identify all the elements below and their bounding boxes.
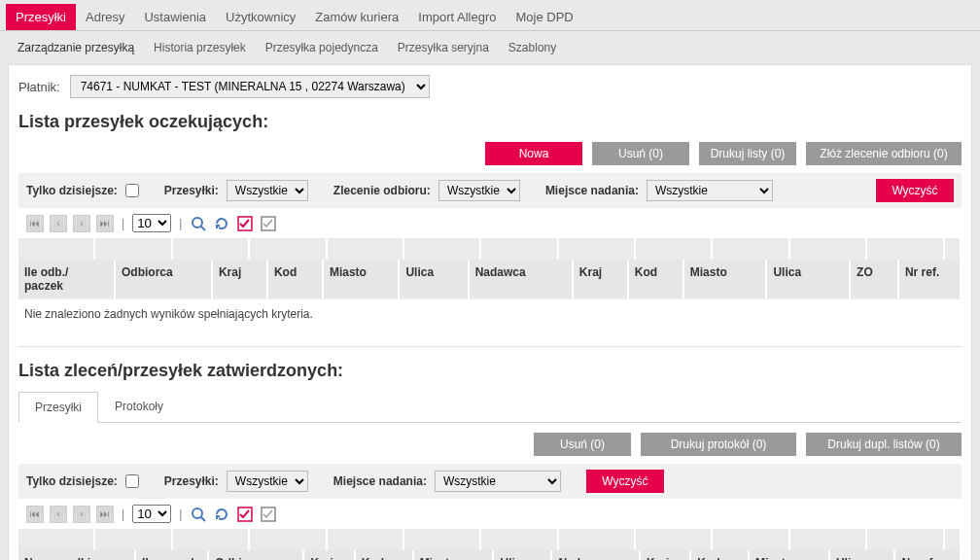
payer-label: Płatnik:: [18, 80, 60, 94]
search-icon[interactable]: [190, 506, 207, 523]
new-button[interactable]: Nowa: [485, 142, 582, 165]
delete-button[interactable]: Usuń (0): [592, 142, 689, 165]
sub-nav-tab[interactable]: Zarządzanie przesyłką: [8, 35, 144, 60]
svg-line-1: [201, 227, 205, 230]
divider: [18, 346, 962, 347]
main-nav-tab[interactable]: Adresy: [76, 4, 134, 30]
col-header: ZO: [851, 260, 899, 298]
col-header: Miasto: [684, 260, 768, 298]
clear-button[interactable]: Wyczyść: [586, 470, 664, 493]
refresh-icon[interactable]: [213, 506, 230, 523]
col-header: Kraj: [213, 260, 268, 298]
col-header: Kraj: [304, 550, 355, 560]
sub-nav-tab[interactable]: Przesyłka pojedyncza: [256, 35, 388, 60]
main-nav-tab[interactable]: Zamów kuriera: [305, 4, 408, 30]
col-header: Nadawca: [552, 550, 641, 560]
last-page-icon[interactable]: ⏭: [96, 215, 114, 232]
pending-subheader: [18, 238, 962, 260]
sub-nav-tab[interactable]: Przesyłka seryjna: [388, 35, 499, 60]
next-page-icon[interactable]: ›: [73, 506, 90, 523]
separator: |: [179, 508, 182, 521]
next-page-icon[interactable]: ›: [73, 215, 90, 232]
col-header: Nadawca: [470, 260, 574, 298]
pending-no-results: Nie znaleziono żadnych wyników spełniają…: [18, 298, 962, 329]
payer-select[interactable]: 74671 - NUMKAT - TEST (MINERALNA 15 , 02…: [70, 75, 430, 98]
col-header: Ulica: [830, 550, 896, 560]
col-header: Odbiorca: [209, 550, 304, 560]
search-icon[interactable]: [190, 215, 207, 232]
svg-line-5: [201, 517, 205, 521]
confirmed-filter-row: Tylko dzisiejsze: Przesyłki: Wszystkie M…: [18, 464, 962, 499]
confirmed-action-bar: Usuń (0) Drukuj protokół (0) Drukuj dupl…: [18, 433, 962, 456]
clear-button[interactable]: Wyczyść: [876, 179, 954, 202]
main-nav-tab[interactable]: Użytkownicy: [216, 4, 305, 30]
collect-order-select[interactable]: Wszystkie: [438, 180, 520, 201]
pending-filter-row: Tylko dzisiejsze: Przesyłki: Wszystkie Z…: [18, 173, 962, 208]
main-nav-tab[interactable]: Moje DPD: [507, 4, 583, 30]
col-header: Ulica: [767, 260, 851, 298]
main-nav: Przesyłki Adresy Ustawienia Użytkownicy …: [0, 0, 980, 30]
col-header: Miasto: [750, 550, 830, 560]
col-header: Nr ref.: [899, 260, 962, 298]
payer-row: Płatnik: 74671 - NUMKAT - TEST (MINERALN…: [18, 75, 962, 98]
prev-page-icon[interactable]: ‹: [50, 215, 67, 232]
uncheck-icon[interactable]: [260, 506, 277, 523]
col-header: Miasto: [414, 550, 495, 560]
svg-point-0: [192, 218, 202, 228]
sub-nav-tab[interactable]: Szablony: [499, 35, 566, 60]
check-icon[interactable]: [236, 215, 254, 232]
sub-nav: Zarządzanie przesyłką Historia przesyłek…: [0, 30, 980, 64]
ship-from-select[interactable]: Wszystkie: [435, 471, 561, 492]
only-today-label: Tylko dzisiejsze:: [26, 474, 118, 488]
col-header: Kod: [268, 260, 324, 298]
confirmed-tab-shipments[interactable]: Przesyłki: [18, 392, 98, 423]
shipments-label: Przesyłki:: [164, 474, 219, 488]
shipments-select[interactable]: Wszystkie: [227, 180, 308, 201]
col-header: Nr ref.: [895, 550, 962, 560]
main-nav-tab[interactable]: Przesyłki: [6, 4, 76, 30]
confirmed-delete-button[interactable]: Usuń (0): [534, 433, 631, 456]
col-header: Ile odb./ paczek: [18, 260, 116, 298]
col-header: Ulica: [494, 550, 552, 560]
confirmed-table-header: Nr przesyłki Ile paczek Odbiorca Kraj Ko…: [18, 550, 962, 560]
page-size-select[interactable]: 10: [132, 214, 171, 232]
uncheck-icon[interactable]: [260, 215, 277, 232]
prev-page-icon[interactable]: ‹: [50, 506, 67, 523]
only-today-checkbox[interactable]: [125, 474, 139, 488]
ship-from-label: Miejsce nadania:: [333, 474, 427, 488]
content-area: Płatnik: 74671 - NUMKAT - TEST (MINERALN…: [8, 64, 972, 560]
pending-title: Lista przesyłek oczekujących:: [18, 112, 962, 132]
page-size-select[interactable]: 10: [132, 505, 171, 523]
print-dupl-button[interactable]: Drukuj dupl. listów (0): [806, 433, 962, 456]
print-lists-button[interactable]: Drukuj listy (0): [699, 142, 796, 165]
place-order-button[interactable]: Złóż zlecenie odbioru (0): [806, 142, 962, 165]
confirmed-subheader: [18, 529, 962, 550]
shipments-select[interactable]: Wszystkie: [227, 471, 308, 492]
separator: |: [179, 217, 182, 230]
separator: |: [122, 508, 124, 521]
main-nav-tab[interactable]: Import Allegro: [408, 4, 506, 30]
refresh-icon[interactable]: [213, 215, 230, 232]
first-page-icon[interactable]: ⏮: [26, 506, 44, 523]
col-header: Kraj: [641, 550, 691, 560]
only-today-label: Tylko dzisiejsze:: [26, 184, 118, 197]
col-header: Odbiorca: [116, 260, 213, 298]
svg-point-4: [192, 508, 202, 518]
col-header: Ile paczek: [136, 550, 209, 560]
first-page-icon[interactable]: ⏮: [26, 215, 44, 232]
confirmed-tabs: Przesyłki Protokoły: [18, 391, 962, 423]
sub-nav-tab[interactable]: Historia przesyłek: [144, 35, 256, 60]
ship-from-select[interactable]: Wszystkie: [647, 180, 773, 201]
main-nav-tab[interactable]: Ustawienia: [134, 4, 216, 30]
collect-order-label: Zlecenie odbioru:: [333, 184, 431, 197]
only-today-checkbox[interactable]: [125, 184, 139, 197]
col-header: Miasto: [324, 260, 400, 298]
confirmed-tab-protocols[interactable]: Protokoły: [98, 391, 180, 422]
pending-action-bar: Nowa Usuń (0) Drukuj listy (0) Złóż zlec…: [18, 142, 962, 165]
last-page-icon[interactable]: ⏭: [96, 506, 114, 523]
col-header: Kod: [356, 550, 414, 560]
check-icon[interactable]: [236, 506, 254, 523]
col-header: Kraj: [574, 260, 629, 298]
ship-from-label: Miejsce nadania:: [545, 184, 639, 197]
print-protocol-button[interactable]: Drukuj protokół (0): [641, 433, 796, 456]
